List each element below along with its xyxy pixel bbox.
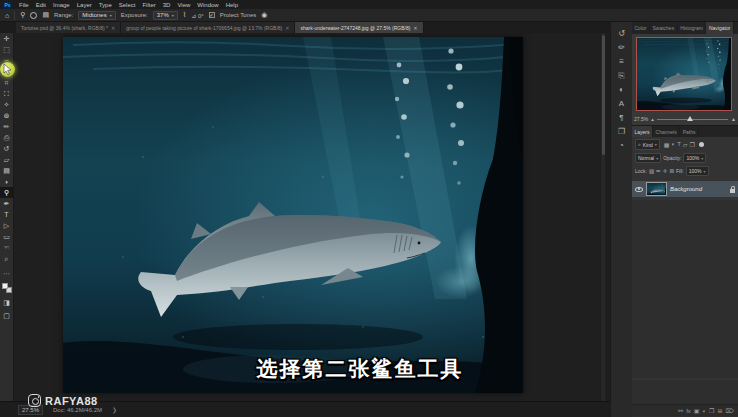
marquee-tool-icon[interactable]: ⬚	[0, 44, 14, 55]
fill-field[interactable]: 100%	[686, 166, 709, 176]
eyedropper-tool-icon[interactable]: ✧	[0, 99, 14, 110]
document-tab[interactable]: shark-underwater-2747248.jpg @ 27.5% (RG…	[295, 22, 423, 33]
document-tab[interactable]: Tortoise.psd @ 36.4% (shark, RGB/8) * ✕	[16, 22, 121, 33]
menu-item[interactable]: 3D	[163, 2, 171, 8]
brush-angle-field[interactable]: ⊿ 0°	[191, 12, 203, 19]
canvas-pasteboard[interactable]	[14, 33, 605, 401]
range-dropdown[interactable]: Midtones	[78, 11, 115, 20]
crop-tool-icon[interactable]: ⌗	[0, 77, 14, 88]
panel-tab[interactable]: Histogram	[678, 22, 707, 34]
layer-mask-icon[interactable]: ▣	[694, 408, 700, 414]
filter-pixel-layers-icon[interactable]: ▦	[664, 141, 670, 148]
clone-source-panel-icon[interactable]: ⎘	[618, 72, 624, 80]
menu-item[interactable]: Image	[53, 2, 70, 8]
brushes-panel-icon[interactable]: ✏	[618, 44, 625, 52]
background-layer-row[interactable]: Background	[632, 181, 738, 197]
new-adjustment-layer-icon[interactable]: ◐	[702, 408, 706, 414]
layer-visibility-eye-icon[interactable]	[635, 187, 643, 192]
type-tool-icon[interactable]: T	[0, 209, 14, 220]
path-selection-tool-icon[interactable]: ▷	[0, 220, 14, 231]
navigator-thumbnail[interactable]	[636, 37, 732, 111]
screen-mode-icon[interactable]: ▢	[0, 310, 14, 321]
frame-tool-icon[interactable]: ⛶	[0, 88, 14, 99]
history-panel-icon[interactable]: ↺	[618, 30, 625, 38]
blur-tool-icon[interactable]: ◗	[0, 176, 14, 187]
foreground-color-swatch[interactable]	[2, 283, 8, 289]
layer-thumbnail[interactable]	[646, 182, 667, 196]
new-group-icon[interactable]: ❒	[709, 408, 714, 414]
new-layer-icon[interactable]: ⊞	[717, 408, 722, 414]
move-tool-icon[interactable]: ✛	[0, 33, 14, 44]
filter-smart-objects-icon[interactable]: ❐	[689, 141, 694, 148]
menu-item[interactable]: Edit	[36, 2, 46, 8]
filter-toggle-icon[interactable]	[699, 142, 704, 147]
layer-effects-icon[interactable]: fx	[686, 408, 691, 414]
shape-tool-icon[interactable]: ▭	[0, 231, 14, 242]
panel-tab[interactable]: Color	[632, 22, 650, 34]
filter-adjustment-layers-icon[interactable]: ◐	[672, 141, 676, 148]
paragraph-panel-icon[interactable]: ¶	[619, 114, 623, 122]
navigator-zoom-value[interactable]: 27.5%	[634, 116, 648, 122]
dodge-tool-icon[interactable]: ⚲	[0, 187, 14, 198]
hand-tool-icon[interactable]: ☜	[0, 242, 14, 253]
tab-close-icon[interactable]: ✕	[413, 25, 417, 31]
zoom-out-mountain-icon[interactable]: ▴	[651, 116, 654, 122]
protect-tones-checkbox[interactable]: ✓	[209, 12, 215, 18]
link-layers-icon[interactable]: ⚯	[678, 408, 683, 414]
current-tool-icon[interactable]: ⚲	[20, 11, 25, 19]
canvas-scrollbar[interactable]	[600, 33, 605, 401]
menu-item[interactable]: Help	[226, 2, 238, 8]
home-icon[interactable]: ⌂	[5, 12, 9, 19]
gradient-tool-icon[interactable]: ▤	[0, 165, 14, 176]
lock-all-icon[interactable]: ⊠	[669, 168, 674, 174]
menu-item[interactable]: Window	[197, 2, 218, 8]
pressure-icon[interactable]: ◉	[261, 11, 267, 19]
panel-tab[interactable]: Paths	[680, 126, 699, 137]
panel-tab[interactable]: Channels	[653, 126, 680, 137]
brush-preset-picker[interactable]	[30, 12, 37, 19]
clone-stamp-tool-icon[interactable]: ⎙	[0, 132, 14, 143]
status-menu-chevron[interactable]: ❯	[112, 406, 117, 413]
lock-pixels-icon[interactable]: ✏	[656, 168, 661, 174]
menu-item[interactable]: Select	[119, 2, 136, 8]
tab-close-icon[interactable]: ✕	[285, 25, 289, 31]
filter-shape-layers-icon[interactable]: ▱	[683, 141, 688, 148]
brush-tool-icon[interactable]: ✏	[0, 121, 14, 132]
panel-tab[interactable]: Navigator	[706, 22, 733, 34]
lock-transparency-icon[interactable]: ▨	[649, 168, 654, 174]
filter-type-layers-icon[interactable]: T	[677, 141, 681, 148]
tab-close-icon[interactable]: ✕	[111, 25, 115, 31]
menu-item[interactable]: View	[177, 2, 190, 8]
healing-brush-tool-icon[interactable]: ⊛	[0, 110, 14, 121]
adjustments-panel-icon[interactable]: ◐	[619, 86, 624, 94]
menu-item[interactable]: Type	[99, 2, 112, 8]
color-swatches[interactable]	[2, 283, 12, 293]
properties-panel-icon[interactable]: ≡	[619, 58, 624, 66]
navigator-zoom-slider[interactable]	[657, 119, 728, 120]
history-brush-tool-icon[interactable]: ↺	[0, 143, 14, 154]
panel-tab[interactable]: Swatches	[650, 22, 678, 34]
pen-tool-icon[interactable]: ✒	[0, 198, 14, 209]
character-panel-icon[interactable]: A	[619, 100, 624, 108]
airbrush-icon[interactable]: ⌇	[183, 11, 186, 19]
shark-photo-canvas[interactable]	[63, 37, 523, 393]
menu-item[interactable]: Layer	[77, 2, 92, 8]
delete-layer-icon[interactable]: ⌦	[726, 408, 734, 414]
panel-tab[interactable]: Layers	[632, 126, 653, 137]
zoom-tool-icon[interactable]: ⌕	[0, 253, 14, 264]
brush-panel-toggle-icon[interactable]: ▤	[42, 11, 49, 19]
eraser-tool-icon[interactable]: ▱	[0, 154, 14, 165]
quick-mask-icon[interactable]: ◨	[0, 297, 14, 308]
libraries-panel-icon[interactable]: ❐	[618, 128, 625, 136]
menu-item[interactable]: Filter	[142, 2, 155, 8]
photoshop-logo-icon[interactable]: Ps	[3, 1, 12, 9]
exposure-dropdown[interactable]: 37%	[153, 11, 178, 20]
blend-mode-dropdown[interactable]: Normal	[635, 153, 661, 163]
layer-filter-dropdown[interactable]: ⌕ Kind	[635, 139, 660, 150]
document-tab[interactable]: group of people taking picture of shark-…	[121, 22, 295, 33]
layer-name[interactable]: Background	[670, 186, 727, 192]
info-panel-icon[interactable]: ◔	[619, 142, 624, 150]
zoom-in-mountain-icon[interactable]: ▲	[731, 116, 736, 122]
lock-position-icon[interactable]: ✛	[663, 168, 668, 174]
opacity-field[interactable]: 100%	[683, 153, 706, 163]
